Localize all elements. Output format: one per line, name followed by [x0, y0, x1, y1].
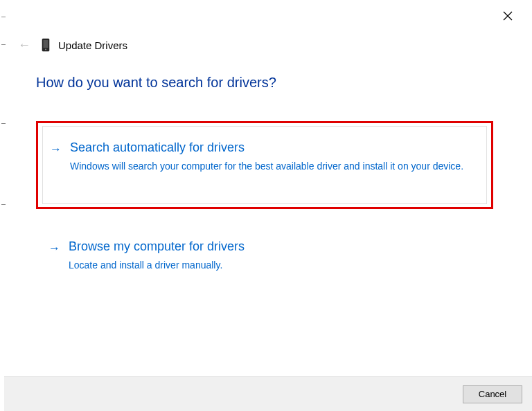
- page-heading: How do you want to search for drivers?: [36, 75, 493, 91]
- dialog-content: How do you want to search for drivers? →…: [36, 75, 493, 292]
- close-icon: [503, 11, 513, 21]
- cancel-button[interactable]: Cancel: [463, 385, 522, 403]
- option-description: Windows will search your computer for th…: [70, 159, 474, 173]
- artifact: [1, 123, 6, 124]
- dialog-header: ← Update Drivers: [15, 36, 127, 54]
- option-description: Locate and install a driver manually.: [69, 258, 481, 272]
- svg-point-4: [45, 49, 46, 51]
- update-drivers-dialog: ← Update Drivers How do you want to sear…: [0, 0, 532, 411]
- option-search-auto[interactable]: → Search automatically for drivers Windo…: [42, 126, 487, 204]
- back-button[interactable]: ←: [15, 36, 33, 54]
- option-browse-computer[interactable]: → Browse my computer for drivers Locate …: [43, 228, 493, 291]
- close-button[interactable]: [503, 11, 515, 24]
- svg-rect-3: [44, 40, 48, 48]
- option-search-auto-highlight: → Search automatically for drivers Windo…: [36, 121, 493, 209]
- option-text: Browse my computer for drivers Locate an…: [69, 239, 481, 272]
- option-title: Search automatically for drivers: [70, 140, 474, 155]
- option-title: Browse my computer for drivers: [69, 239, 481, 254]
- artifact: [1, 44, 6, 45]
- arrow-left-icon: ←: [18, 38, 30, 52]
- arrow-right-icon: →: [50, 140, 62, 158]
- option-text: Search automatically for drivers Windows…: [70, 140, 474, 173]
- dialog-title: Update Drivers: [58, 39, 127, 51]
- artifact: [1, 204, 6, 205]
- artifact: [1, 17, 6, 17]
- arrow-right-icon: →: [48, 239, 60, 257]
- device-icon: [42, 38, 50, 52]
- dialog-footer: Cancel: [4, 376, 532, 411]
